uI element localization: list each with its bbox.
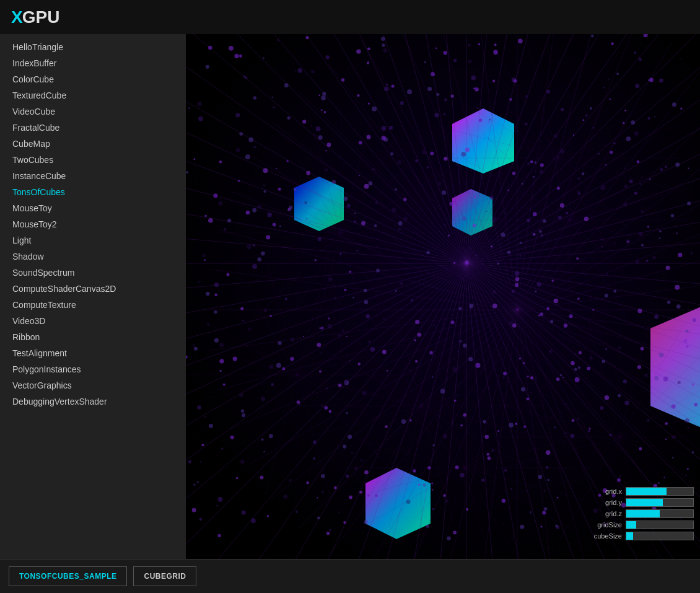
svg-point-696 bbox=[356, 49, 361, 53]
svg-point-345 bbox=[403, 217, 408, 221]
sidebar-item-polygoninstances[interactable]: PolygonInstances bbox=[0, 361, 186, 377]
sidebar-item-fractalcube[interactable]: FractalCube bbox=[0, 120, 186, 136]
svg-point-688 bbox=[261, 397, 265, 401]
svg-point-472 bbox=[342, 330, 344, 333]
svg-point-826 bbox=[331, 180, 336, 185]
svg-point-534 bbox=[684, 339, 688, 343]
sidebar-item-cubemap[interactable]: CubeMap bbox=[0, 136, 186, 152]
sidebar-item-vectorgraphics[interactable]: VectorGraphics bbox=[0, 377, 186, 393]
control-label-gridSize: gridSize bbox=[588, 521, 622, 529]
sidebar-item-soundspectrum[interactable]: SoundSpectrum bbox=[0, 265, 186, 281]
control-slider-cubeSize[interactable] bbox=[626, 532, 694, 540]
svg-point-862 bbox=[527, 219, 530, 222]
sidebar-item-hellotriangle[interactable]: HelloTriangle bbox=[0, 39, 186, 55]
svg-point-306 bbox=[641, 347, 644, 351]
svg-point-878 bbox=[267, 213, 272, 217]
control-slider-grid-x[interactable] bbox=[626, 487, 694, 496]
svg-point-392 bbox=[577, 177, 579, 179]
sidebar-item-testalignment[interactable]: TestAlignment bbox=[0, 345, 186, 361]
sidebar-item-ribbon[interactable]: Ribbon bbox=[0, 329, 186, 345]
svg-point-537 bbox=[654, 376, 658, 380]
svg-point-816 bbox=[534, 161, 536, 164]
svg-point-770 bbox=[387, 370, 388, 371]
svg-point-666 bbox=[493, 50, 498, 55]
svg-point-708 bbox=[527, 162, 531, 166]
sidebar-item-computeshadercanvas2d[interactable]: ComputeShaderCanvas2D bbox=[0, 281, 186, 297]
svg-point-613 bbox=[271, 97, 273, 99]
control-slider-grid-y[interactable] bbox=[626, 498, 694, 507]
svg-point-730 bbox=[395, 290, 397, 292]
sidebar-item-debuggingvertexshader[interactable]: DebuggingVertexShader bbox=[0, 393, 186, 410]
svg-point-428 bbox=[219, 343, 224, 347]
svg-point-761 bbox=[512, 172, 516, 175]
control-slider-grid-z[interactable] bbox=[626, 509, 694, 518]
cubegrid-button[interactable]: CUBEGRID bbox=[133, 566, 196, 586]
sidebar-item-twocubes[interactable]: TwoCubes bbox=[0, 152, 186, 168]
sidebar-item-colorcube[interactable]: ColorCube bbox=[0, 71, 186, 87]
sidebar-item-videocube[interactable]: VideoCube bbox=[0, 103, 186, 120]
svg-point-464 bbox=[261, 438, 264, 441]
svg-point-544 bbox=[293, 188, 296, 191]
sidebar-item-indexbuffer[interactable]: IndexBuffer bbox=[0, 55, 186, 71]
svg-point-706 bbox=[589, 356, 592, 359]
svg-point-478 bbox=[535, 378, 537, 380]
svg-point-662 bbox=[519, 242, 522, 244]
svg-point-843 bbox=[239, 55, 242, 58]
svg-point-717 bbox=[356, 250, 358, 252]
svg-point-833 bbox=[239, 132, 243, 136]
sidebar-item-shadow[interactable]: Shadow bbox=[0, 248, 186, 265]
svg-point-369 bbox=[197, 102, 202, 107]
svg-point-737 bbox=[383, 48, 387, 53]
svg-point-451 bbox=[672, 405, 676, 409]
svg-point-817 bbox=[269, 315, 272, 317]
svg-point-371 bbox=[465, 147, 470, 152]
svg-point-363 bbox=[509, 423, 514, 428]
svg-point-797 bbox=[407, 89, 412, 94]
sidebar-item-instancecube[interactable]: InstanceCube bbox=[0, 168, 186, 184]
svg-point-694 bbox=[362, 391, 367, 395]
svg-point-815 bbox=[444, 224, 446, 226]
tonsofcubes-sample-button[interactable]: TONSOFCUBES_SAMPLE bbox=[9, 566, 127, 586]
svg-point-638 bbox=[223, 384, 225, 386]
svg-point-693 bbox=[694, 403, 698, 406]
sidebar-item-computetexture[interactable]: ComputeTexture bbox=[0, 297, 186, 313]
svg-point-786 bbox=[214, 338, 219, 343]
svg-point-724 bbox=[406, 499, 411, 504]
svg-point-698 bbox=[685, 329, 688, 332]
sidebar-item-light[interactable]: Light bbox=[0, 232, 186, 248]
svg-point-678 bbox=[400, 101, 404, 105]
svg-point-751 bbox=[395, 225, 396, 227]
svg-point-822 bbox=[519, 358, 521, 359]
svg-point-625 bbox=[639, 232, 644, 237]
svg-point-656 bbox=[321, 109, 323, 111]
svg-point-333 bbox=[564, 323, 567, 327]
sidebar-item-tonsofcubes[interactable]: TonsOfCubes bbox=[0, 184, 186, 200]
svg-point-726 bbox=[454, 400, 457, 402]
svg-point-408 bbox=[291, 337, 295, 341]
svg-point-887 bbox=[233, 356, 237, 361]
svg-point-609 bbox=[403, 198, 406, 201]
svg-point-368 bbox=[347, 204, 351, 208]
svg-point-896 bbox=[574, 368, 577, 371]
svg-point-629 bbox=[253, 96, 257, 100]
sidebar-item-mousetoy[interactable]: MouseToy bbox=[0, 200, 186, 216]
control-slider-gridSize[interactable] bbox=[626, 521, 694, 529]
sidebar-item-video3d[interactable]: Video3D bbox=[0, 313, 186, 329]
svg-point-570 bbox=[261, 252, 265, 256]
svg-point-592 bbox=[618, 394, 621, 397]
svg-point-344 bbox=[283, 494, 287, 499]
svg-point-386 bbox=[219, 359, 224, 363]
svg-point-684 bbox=[634, 191, 637, 195]
svg-point-811 bbox=[619, 475, 621, 477]
sidebar-item-texturedcube[interactable]: TexturedCube bbox=[0, 87, 186, 103]
svg-point-560 bbox=[574, 353, 576, 355]
svg-point-868 bbox=[613, 290, 616, 293]
svg-point-872 bbox=[295, 70, 296, 71]
svg-point-801 bbox=[590, 107, 592, 110]
svg-point-734 bbox=[438, 182, 441, 185]
svg-point-529 bbox=[465, 260, 469, 264]
svg-point-339 bbox=[240, 460, 245, 464]
sidebar-item-mousetoy2[interactable]: MouseToy2 bbox=[0, 216, 186, 232]
svg-point-311 bbox=[582, 119, 584, 121]
svg-point-440 bbox=[357, 94, 359, 97]
